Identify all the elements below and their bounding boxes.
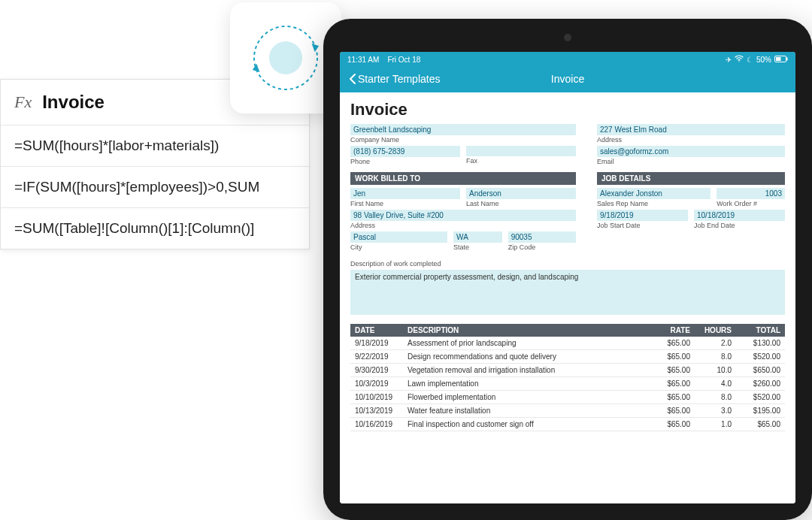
ipad-camera — [564, 34, 571, 41]
status-bar: 11:31 AM Fri Oct 18 ✈ ☾ 50% — [340, 52, 795, 67]
email-field[interactable]: sales@goformz.com — [597, 146, 785, 157]
state-field[interactable]: WA — [453, 231, 502, 243]
cell-desc: Flowerbed implementation — [403, 391, 650, 404]
city-field[interactable]: Pascal — [350, 231, 447, 243]
zip-label: Zip Code — [508, 243, 576, 253]
airplane-mode-icon: ✈ — [726, 56, 732, 64]
table-row[interactable]: 10/3/2019Lawn implementation$65.004.0$26… — [350, 377, 785, 391]
billed-address-field[interactable]: 98 Valley Drive, Suite #200 — [350, 210, 576, 221]
svg-rect-3 — [786, 57, 788, 60]
phone-field[interactable]: (818) 675-2839 — [350, 146, 460, 157]
formula-row[interactable]: =IF(SUM([hours]*[employees])>0,SUM — [1, 167, 309, 208]
fx-icon: Fx — [14, 92, 32, 112]
zip-field[interactable]: 90035 — [508, 231, 576, 243]
cell-total: $650.00 — [736, 364, 785, 376]
ipad-screen: 11:31 AM Fri Oct 18 ✈ ☾ 50% Starter Temp… — [340, 52, 795, 503]
address-label: Address — [597, 135, 785, 146]
invoice-heading: Invoice — [350, 100, 785, 119]
first-name-label: First Name — [350, 199, 460, 210]
cell-desc: Design recommendations and quote deliver… — [403, 350, 650, 363]
address-field[interactable]: 227 West Elm Road — [597, 124, 785, 135]
nav-bar: Starter Templates Invoice — [340, 67, 795, 92]
cell-rate: $65.00 — [650, 418, 695, 431]
table-row[interactable]: 10/13/2019Water feature installation$65.… — [350, 404, 785, 418]
refresh-icon — [244, 17, 327, 99]
last-name-field[interactable]: Anderson — [466, 188, 576, 199]
moon-icon: ☾ — [747, 56, 753, 64]
table-row[interactable]: 9/30/2019Vegetation removal and irrigati… — [350, 364, 785, 377]
cell-rate: $65.00 — [650, 337, 695, 349]
table-row[interactable]: 10/16/2019Final inspection and customer … — [350, 418, 785, 431]
work-billed-header: WORK BILLED TO — [350, 172, 576, 185]
city-label: City — [350, 243, 447, 253]
svg-point-1 — [269, 41, 302, 74]
formula-row[interactable]: =SUM([hours]*[labor+materials]) — [1, 125, 309, 167]
cell-total: $520.00 — [736, 391, 785, 404]
last-name-label: Last Name — [466, 199, 576, 210]
phone-label: Phone — [350, 157, 460, 168]
cell-date: 9/18/2019 — [350, 337, 403, 349]
email-label: Email — [597, 157, 785, 168]
col-hours-header: HOURS — [695, 324, 736, 337]
formula-row[interactable]: =SUM([Table]![Column()[1]:[Column()] — [1, 208, 309, 249]
cell-total: $520.00 — [736, 350, 785, 363]
cell-hours: 4.0 — [695, 377, 736, 390]
cell-hours: 3.0 — [695, 404, 736, 417]
line-items-table: DATE DESCRIPTION RATE HOURS TOTAL 9/18/2… — [350, 324, 785, 431]
cell-total: $130.00 — [736, 337, 785, 349]
job-start-label: Job Start Date — [597, 221, 688, 231]
cell-date: 10/3/2019 — [350, 377, 403, 390]
cell-date: 10/10/2019 — [350, 391, 403, 404]
cell-desc: Water feature installation — [403, 404, 650, 417]
fax-field[interactable] — [466, 146, 576, 156]
table-row[interactable]: 9/18/2019Assessment of prior landscaping… — [350, 337, 785, 350]
cell-date: 10/13/2019 — [350, 404, 403, 417]
description-label: Description of work completed — [350, 259, 785, 270]
items-header-row: DATE DESCRIPTION RATE HOURS TOTAL — [350, 324, 785, 337]
battery-icon — [774, 56, 788, 64]
form-content[interactable]: Invoice Greenbelt Landscaping Company Na… — [340, 92, 795, 503]
cell-rate: $65.00 — [650, 377, 695, 390]
cell-date: 10/16/2019 — [350, 418, 403, 431]
wifi-icon — [735, 55, 744, 64]
cell-total: $260.00 — [736, 377, 785, 390]
job-details-header: JOB DETAILS — [597, 172, 785, 185]
cell-date: 9/30/2019 — [350, 364, 403, 376]
sales-rep-field[interactable]: Alexander Jonston — [597, 188, 710, 199]
first-name-field[interactable]: Jen — [350, 188, 460, 199]
cell-rate: $65.00 — [650, 391, 695, 404]
cell-desc: Assessment of prior landscaping — [403, 337, 650, 349]
job-start-field[interactable]: 9/18/2019 — [597, 210, 688, 221]
cell-hours: 2.0 — [695, 337, 736, 349]
cell-desc: Vegetation removal and irrigation instal… — [403, 364, 650, 376]
job-end-field[interactable]: 10/18/2019 — [694, 210, 785, 221]
cell-hours: 8.0 — [695, 391, 736, 404]
cell-desc: Final inspection and customer sign off — [403, 418, 650, 431]
ipad-device: 11:31 AM Fri Oct 18 ✈ ☾ 50% Starter Temp… — [323, 19, 812, 520]
nav-title: Invoice — [551, 73, 584, 85]
company-name-field[interactable]: Greenbelt Landscaping — [350, 124, 576, 135]
company-name-label: Company Name — [350, 135, 576, 146]
work-order-label: Work Order # — [717, 199, 785, 210]
job-end-label: Job End Date — [694, 221, 785, 231]
description-field[interactable]: Exterior commercial property assessment,… — [350, 270, 785, 315]
chevron-left-icon — [349, 74, 356, 84]
cell-hours: 1.0 — [695, 418, 736, 431]
billed-address-label: Address — [350, 221, 576, 231]
formula-title: Invoice — [42, 92, 105, 113]
cell-total: $65.00 — [736, 418, 785, 431]
cell-rate: $65.00 — [650, 350, 695, 363]
table-row[interactable]: 10/10/2019Flowerbed implementation$65.00… — [350, 391, 785, 404]
status-date: Fri Oct 18 — [387, 56, 420, 64]
fax-label: Fax — [466, 156, 576, 167]
cell-total: $195.00 — [736, 404, 785, 417]
table-row[interactable]: 9/22/2019Design recommendations and quot… — [350, 350, 785, 364]
battery-text: 50% — [756, 56, 771, 64]
back-button[interactable]: Starter Templates — [349, 73, 440, 85]
state-label: State — [453, 243, 502, 253]
sales-rep-label: Sales Rep Name — [597, 199, 710, 210]
col-desc-header: DESCRIPTION — [403, 324, 650, 337]
work-order-field[interactable]: 1003 — [717, 188, 785, 199]
cell-hours: 8.0 — [695, 350, 736, 363]
svg-rect-4 — [776, 57, 781, 61]
